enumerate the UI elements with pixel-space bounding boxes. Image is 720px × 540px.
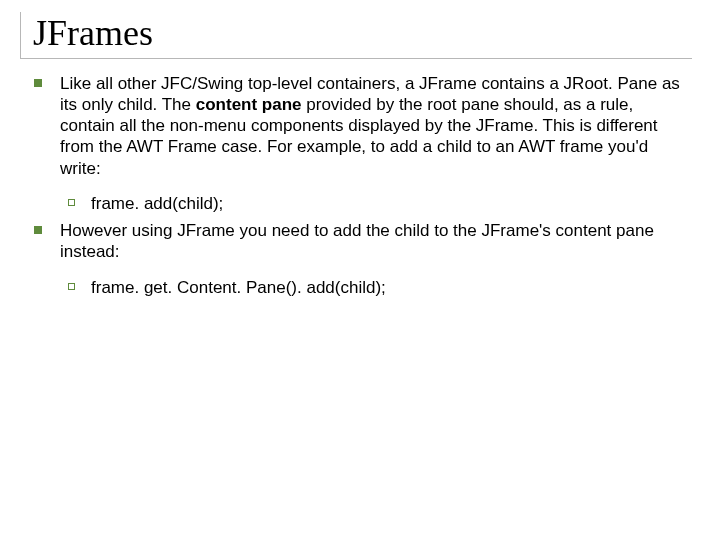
text-bold: content pane [196,95,302,114]
bullet-item: However using JFrame you need to add the… [34,220,692,263]
bullet-text: Like all other JFC/Swing top-level conta… [60,73,692,179]
slide: JFrames Like all other JFC/Swing top-lev… [0,0,720,540]
slide-body: Like all other JFC/Swing top-level conta… [20,73,692,298]
title-container: JFrames [20,12,692,59]
sub-bullet-item: frame. add(child); [68,193,692,214]
bullet-item: Like all other JFC/Swing top-level conta… [34,73,692,179]
sub-bullet-item: frame. get. Content. Pane(). add(child); [68,277,692,298]
square-bullet-icon [34,79,42,87]
slide-title: JFrames [33,14,692,54]
sub-bullet-text: frame. add(child); [91,193,692,214]
sub-bullet-text: frame. get. Content. Pane(). add(child); [91,277,692,298]
square-bullet-icon [34,226,42,234]
hollow-square-bullet-icon [68,283,75,290]
hollow-square-bullet-icon [68,199,75,206]
bullet-text: However using JFrame you need to add the… [60,220,692,263]
